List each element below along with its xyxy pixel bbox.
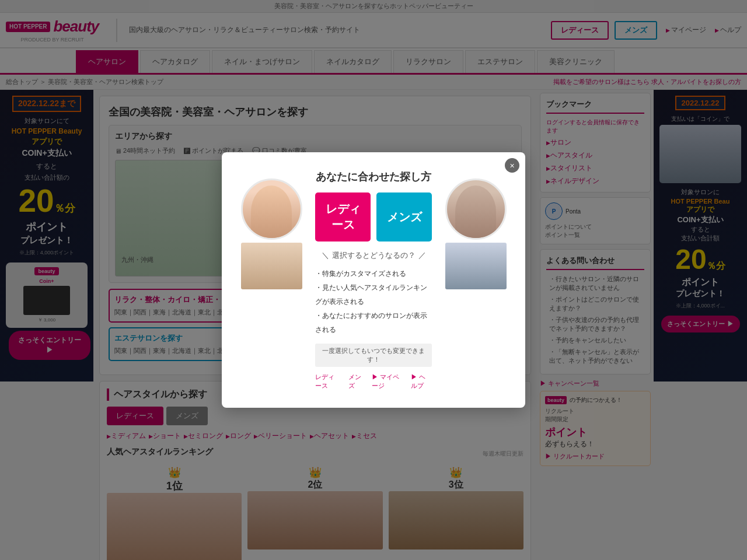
modal-mens-button[interactable]: メンズ <box>376 192 432 242</box>
modal-footer-ladies[interactable]: レディース <box>315 373 340 390</box>
modal-content: あなたに合わせた探し方 レディース メンズ 選択するとどうなるの？ 特集がカスタ… <box>306 167 441 393</box>
modal-bullet-1: 特集がカスタマイズされる <box>315 267 432 281</box>
modal-title: あなたに合わせた探し方 <box>315 170 432 184</box>
modal-footer: レディース メンズ ▶ マイページ ▶ ヘルプ <box>315 373 432 390</box>
modal-footer-mens[interactable]: メンズ <box>348 373 363 390</box>
modal-close-button[interactable]: × <box>505 158 519 173</box>
modal-explanation: 選択するとどうなるの？ <box>315 250 432 261</box>
modal-bullet-3: あなたにおすすめのサロンが表示される <box>315 309 432 337</box>
modal-bullets: 特集がカスタマイズされる 見たい人気ヘアスタイルランキングが表示される あなたに… <box>315 267 432 337</box>
modal-dialog: あなたに合わせた探し方 レディース メンズ 選択するとどうなるの？ 特集がカスタ… <box>222 152 525 408</box>
modal-footer-mypage[interactable]: ▶ マイページ <box>372 373 402 390</box>
modal-footer-help[interactable]: ▶ ヘルプ <box>411 373 432 390</box>
modal-ladies-button[interactable]: レディース <box>315 192 371 242</box>
modal-bullet-2: 見たい人気ヘアスタイルランキングが表示される <box>315 281 432 309</box>
modal-gender-buttons: レディース メンズ <box>315 192 432 242</box>
modal-change-note: 一度選択してもいつでも変更できます！ <box>315 344 432 367</box>
modal-overlay[interactable]: あなたに合わせた探し方 レディース メンズ 選択するとどうなるの？ 特集がカスタ… <box>0 0 747 560</box>
modal-male-image <box>441 167 511 289</box>
modal-female-image <box>236 167 306 289</box>
